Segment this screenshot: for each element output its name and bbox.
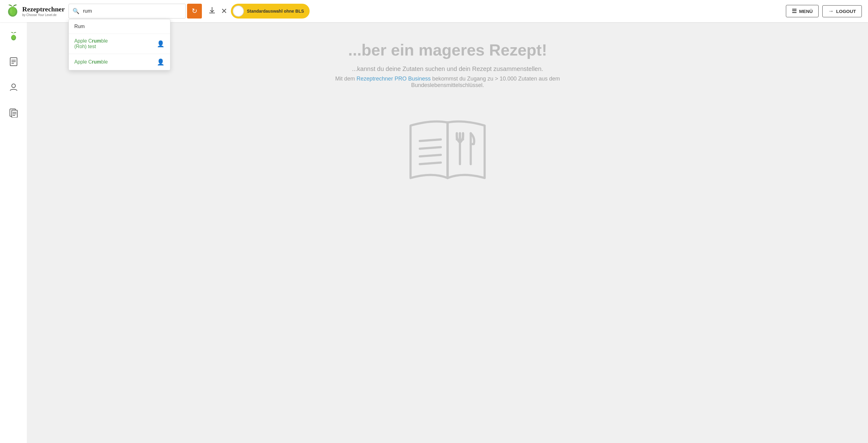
- sidebar: [0, 22, 27, 443]
- svg-line-18: [420, 155, 441, 156]
- sidebar-item-profile[interactable]: [6, 80, 21, 97]
- recipe-book-illustration: [395, 113, 500, 189]
- close-button[interactable]: ✕: [221, 7, 227, 15]
- svg-point-4: [12, 35, 15, 39]
- layout: ...ber ein mageres Rezept! ...kannst du …: [0, 22, 868, 443]
- svg-line-19: [420, 163, 441, 164]
- search-icon: 🔍: [72, 8, 79, 14]
- header-right: ☰ MENÜ → LOGOUT: [786, 5, 862, 17]
- refresh-icon: ↻: [192, 7, 197, 15]
- home-icon: [9, 31, 19, 43]
- recipes-icon: [9, 57, 18, 68]
- hero-title: ...ber ein mageres Rezept!: [348, 41, 547, 59]
- header: Rezeptrechner by Choose Your Level.de 🔍 …: [0, 0, 868, 22]
- logo: Rezeptrechner by Choose Your Level.de: [6, 2, 65, 20]
- menu-icon: ☰: [792, 8, 797, 14]
- dropdown-item-apple-crumble-roh-text: Apple Crumble(Roh) test: [74, 38, 108, 50]
- download-button[interactable]: [208, 6, 216, 16]
- dropdown-item-rum-text: Rum: [74, 24, 85, 29]
- hero-subtitle: ...kannst du deine Zutaten suchen und de…: [352, 65, 543, 72]
- refresh-button[interactable]: ↻: [187, 4, 202, 19]
- sidebar-item-recipes[interactable]: [6, 55, 21, 71]
- logo-sub-text: by Choose Your Level.de: [22, 13, 65, 17]
- sidebar-item-lists[interactable]: [6, 106, 21, 122]
- user-icon-crumble: 👤: [157, 58, 164, 66]
- logout-label: LOGOUT: [836, 9, 856, 14]
- search-dropdown: Rum Apple Crumble(Roh) test 👤 Apple Crum…: [68, 19, 170, 70]
- dropdown-item-apple-crumble-text: Apple Crumble: [74, 59, 108, 65]
- logo-icon: [6, 2, 19, 20]
- profile-icon: [9, 83, 18, 94]
- hero-promo: Mit dem Rezeptrechner PRO Business bekom…: [324, 75, 571, 89]
- search-input[interactable]: [83, 8, 186, 14]
- dropdown-item-apple-crumble[interactable]: Apple Crumble 👤: [69, 54, 170, 70]
- logo-main-text: Rezeptrechner: [22, 5, 65, 13]
- dropdown-item-rum[interactable]: Rum: [69, 20, 170, 34]
- close-icon: ✕: [221, 7, 227, 15]
- search-wrapper: 🔍: [68, 4, 186, 19]
- dropdown-item-apple-crumble-roh[interactable]: Apple Crumble(Roh) test 👤: [69, 34, 170, 54]
- svg-line-17: [420, 147, 441, 149]
- toggle-circle: [233, 5, 244, 17]
- main-content: ...ber ein mageres Rezept! ...kannst du …: [27, 22, 868, 443]
- bls-toggle-button[interactable]: Standardauswahl ohne BLS: [231, 4, 310, 19]
- header-actions: ✕: [208, 6, 227, 16]
- promo-link[interactable]: Rezeptrechner PRO Business: [356, 75, 431, 82]
- svg-point-9: [12, 84, 16, 88]
- download-icon: [208, 6, 216, 16]
- user-icon-roh: 👤: [157, 40, 164, 48]
- svg-point-2: [10, 9, 12, 13]
- logout-icon: →: [828, 8, 834, 14]
- search-container: 🔍 ↻ Rum Apple Crumble(Roh) test 👤: [68, 4, 202, 19]
- lists-icon: [9, 108, 18, 120]
- search-icon-btn[interactable]: 🔍: [69, 8, 83, 14]
- logo-text: Rezeptrechner by Choose Your Level.de: [22, 5, 65, 17]
- svg-line-16: [420, 139, 441, 141]
- toggle-label: Standardauswahl ohne BLS: [247, 9, 304, 13]
- menu-label: MENÜ: [799, 9, 813, 14]
- menu-button[interactable]: ☰ MENÜ: [786, 5, 818, 17]
- sidebar-item-home[interactable]: [6, 28, 21, 45]
- logout-button[interactable]: → LOGOUT: [822, 5, 862, 17]
